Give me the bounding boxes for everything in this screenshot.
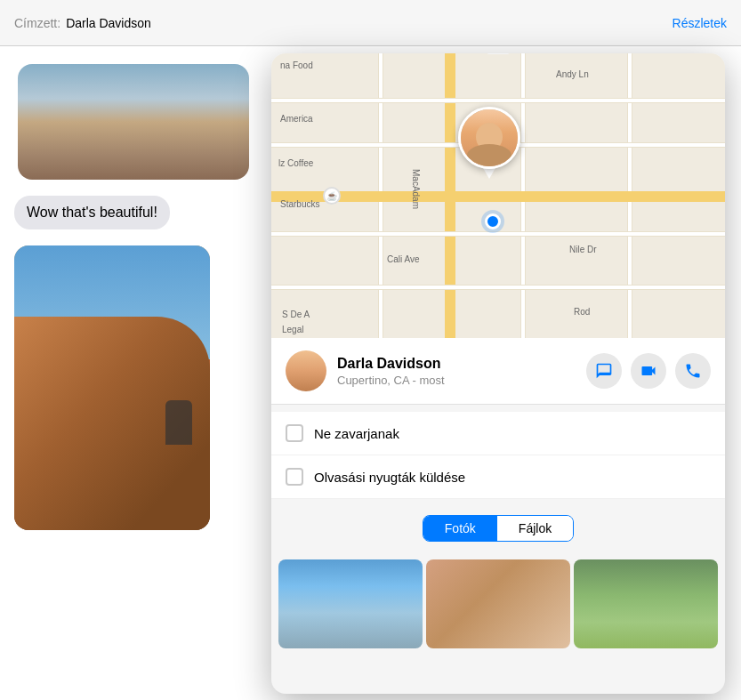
contact-info-section: Darla Davidson Cupertino, CA - most [271, 338, 725, 405]
phone-action-button[interactable] [675, 353, 711, 389]
map-label-rod: Rod [574, 307, 590, 317]
message-icon [595, 362, 613, 380]
option-row-receipts: Olvasási nyugták küldése [271, 455, 725, 499]
chat-photo-large [14, 245, 210, 530]
to-label: Címzett: [14, 16, 60, 30]
dnd-label: Ne zavarjanak [314, 426, 399, 441]
phone-icon [684, 362, 702, 380]
starbucks-poi: ☕ [323, 187, 341, 205]
map-label: America [280, 114, 313, 124]
map-label: S De A [282, 310, 310, 319]
map-avatar-circle [458, 107, 520, 169]
chat-photo-top [18, 64, 249, 180]
contact-name: Darla Davidson [337, 356, 586, 372]
tab-control: Fotók Fájlok [423, 515, 574, 542]
video-icon [640, 362, 657, 380]
contact-actions [586, 353, 711, 389]
map-label-nile: Nile Dr [569, 245, 597, 254]
map-area: na Food America lz Coffee Starbucks Cali… [271, 53, 725, 338]
video-action-button[interactable] [631, 353, 666, 389]
contact-location: Cupertino, CA - most [337, 374, 586, 387]
map-road [271, 231, 725, 237]
options-section: Ne zavarjanak Olvasási nyugták küldése [271, 412, 725, 499]
map-label-cali: Cali Ave [387, 254, 420, 264]
photo-thumb-2[interactable] [426, 559, 570, 648]
map-road [271, 285, 725, 290]
map-road [271, 98, 725, 103]
tab-photos[interactable]: Fotók [423, 516, 497, 541]
header-bar: Címzett: Darla Davidson Részletek [0, 0, 741, 46]
tab-files[interactable]: Fájlok [497, 516, 573, 541]
recipient-name: Darla Davidson [66, 16, 151, 30]
chat-area: Wow that's beautiful! [0, 46, 276, 700]
details-link[interactable]: Részletek [673, 16, 727, 30]
dnd-checkbox[interactable] [286, 424, 303, 442]
location-dot [485, 213, 501, 229]
map-label-andy: Andy Ln [556, 69, 589, 79]
message-text: Wow that's beautiful! [27, 205, 157, 220]
map-label: na Food [280, 60, 313, 70]
map-label-macadam: MacAdam [411, 169, 421, 209]
photo-thumb-1[interactable] [278, 559, 423, 648]
map-avatar-face [461, 109, 518, 166]
photo-thumb-3[interactable] [574, 559, 718, 648]
map-label: Starbucks [280, 199, 319, 209]
details-panel: na Food America lz Coffee Starbucks Cali… [271, 53, 725, 694]
map-contact-avatar [458, 107, 520, 179]
contact-details: Darla Davidson Cupertino, CA - most [337, 356, 586, 387]
message-bubble: Wow that's beautiful! [14, 196, 170, 229]
panel-caret [487, 53, 509, 54]
map-label-legal: Legal [282, 325, 303, 334]
receipts-label: Olvasási nyugták küldése [314, 470, 465, 485]
map-label: lz Coffee [278, 158, 313, 168]
message-action-button[interactable] [586, 353, 622, 389]
contact-avatar-image [286, 350, 326, 391]
contact-avatar-small [286, 350, 326, 391]
option-row-dnd: Ne zavarjanak [271, 412, 725, 455]
receipts-checkbox[interactable] [286, 468, 303, 486]
tabs-section: Fotók Fájlok [271, 504, 725, 552]
photos-grid [271, 552, 725, 648]
